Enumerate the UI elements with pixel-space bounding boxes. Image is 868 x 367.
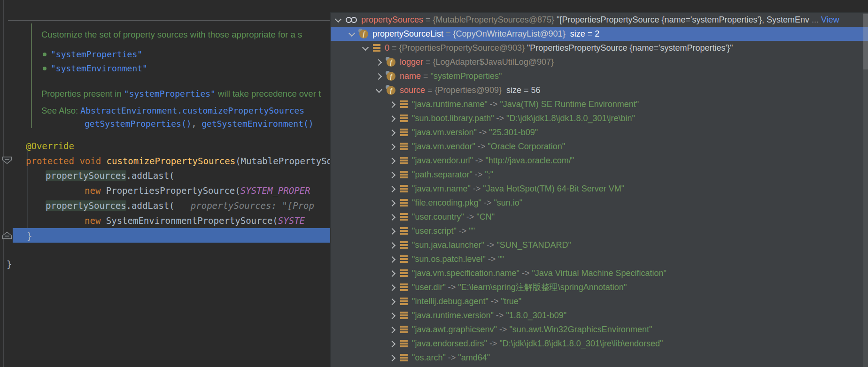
string-value: "os.arch" — [412, 353, 446, 363]
code-line: propertySources.addLast( — [46, 170, 175, 181]
chevron-right-icon[interactable] — [375, 72, 382, 80]
string-value: "SUN_STANDARD" — [496, 240, 571, 250]
equals-text: -> — [487, 339, 500, 349]
element-icon — [400, 157, 408, 164]
string-value: "" — [498, 254, 504, 264]
element-icon — [400, 312, 408, 319]
chevron-right-icon[interactable] — [388, 185, 396, 192]
equals-text: -> — [488, 297, 501, 306]
equals-text: -> — [497, 325, 510, 335]
string-value: "java.vm.name" — [412, 184, 471, 194]
object-reference: {Properties@909} — [435, 85, 502, 95]
equals-text: -> — [471, 184, 483, 194]
doc-code-text: "systemProperties" — [51, 49, 142, 59]
value-text: PropertiesPropertySource( — [106, 185, 240, 196]
chevron-right-icon[interactable] — [388, 354, 396, 361]
variable-tree-row[interactable]: propertySources = {MutablePropertySource… — [331, 13, 868, 27]
fold-region-end-icon[interactable] — [2, 231, 12, 239]
chevron-down-icon[interactable] — [375, 86, 382, 94]
chevron-right-icon[interactable] — [388, 283, 396, 291]
variable-tree-row[interactable]: "user.country" -> "CN" — [331, 210, 868, 224]
variable-name: source — [400, 85, 425, 95]
chevron-right-icon[interactable] — [388, 143, 396, 150]
chevron-right-icon[interactable] — [388, 157, 396, 164]
doc-text: See Also: — [41, 106, 80, 115]
variable-tree-row[interactable]: "java.vm.specification.name" -> "Java Vi… — [331, 266, 868, 280]
variable-name: 0 — [385, 43, 389, 53]
variables-tree: propertySources = {MutablePropertySource… — [331, 13, 868, 365]
chevron-right-icon[interactable] — [388, 241, 396, 249]
variable-tree-row[interactable]: name = "systemProperties" — [331, 69, 868, 83]
variable-tree-row[interactable]: "user.script" -> "" — [331, 224, 868, 238]
variable-tree-row[interactable]: "java.vm.vendor" -> "Oracle Corporation" — [331, 139, 868, 153]
variable-tree-row[interactable]: "java.vm.name" -> "Java HotSpot(TM) 64-B… — [331, 182, 868, 196]
ide-debug-screenshot: Customize the set of property sources wi… — [0, 0, 868, 367]
element-icon — [400, 129, 408, 136]
variable-tree-row[interactable]: "user.dir" -> "E:\learn\spring注解版整理\spri… — [331, 280, 868, 294]
variable-tree-row[interactable]: "sun.boot.library.path" -> "D:\jdk\jdk1.… — [331, 111, 868, 125]
keyword-token: protected void — [26, 156, 107, 166]
element-icon — [400, 326, 408, 333]
string-value: "systemProperties" — [431, 71, 502, 81]
chevron-right-icon[interactable] — [388, 100, 396, 108]
annotation-token: @Override — [26, 141, 74, 151]
debugger-variables-popup: propertySources = {MutablePropertySource… — [330, 12, 868, 367]
chevron-right-icon[interactable] — [388, 115, 396, 122]
chevron-right-icon[interactable] — [375, 58, 382, 66]
variable-tree-row[interactable]: "java.vendor.url" -> "http://java.oracle… — [331, 153, 868, 168]
chevron-down-icon[interactable] — [361, 44, 369, 52]
field-icon — [359, 30, 368, 38]
variable-tree-row[interactable]: "java.runtime.name" -> "Java(TM) SE Runt… — [331, 97, 868, 111]
chevron-right-icon[interactable] — [388, 227, 396, 235]
chevron-right-icon[interactable] — [388, 213, 396, 221]
string-value: "path.separator" — [412, 170, 473, 180]
chevron-right-icon[interactable] — [388, 199, 396, 206]
chevron-right-icon[interactable] — [388, 129, 396, 136]
equals-text: -> — [486, 254, 498, 264]
variable-tree-row[interactable]: propertySourceList = {CopyOnWriteArrayLi… — [331, 27, 868, 41]
fold-region-start-icon[interactable] — [2, 156, 12, 164]
chevron-down-icon[interactable] — [348, 30, 355, 38]
variable-tree-row[interactable]: "sun.os.patch.level" -> "" — [331, 252, 868, 266]
chevron-right-icon[interactable] — [388, 326, 396, 333]
variable-tree-row[interactable]: "os.arch" -> "amd64" — [331, 351, 868, 365]
chevron-right-icon[interactable] — [388, 269, 396, 277]
view-link[interactable]: View — [821, 15, 839, 25]
value-text: } — [7, 259, 12, 269]
chevron-right-icon[interactable] — [388, 298, 396, 305]
value-text: size = 56 — [502, 85, 541, 95]
variable-tree-row[interactable]: "file.encoding.pkg" -> "sun.io" — [331, 196, 868, 210]
chevron-down-icon[interactable] — [334, 16, 341, 23]
variable-tree-row[interactable]: "java.runtime.version" -> "1.8.0_301-b09… — [331, 308, 868, 322]
equals-text: = — [423, 57, 433, 67]
scrollbar[interactable] — [863, 13, 868, 367]
equals-text: -> — [457, 226, 469, 236]
object-reference: {MutablePropertySources@875} — [433, 15, 554, 25]
doc-code-text: getSystemProperties() — [85, 119, 192, 129]
equals-text: -> — [464, 212, 477, 222]
variable-tree-row[interactable]: source = {Properties@909} size = 56 — [331, 83, 868, 97]
equals-text: -> — [477, 128, 489, 138]
variable-tree-row[interactable]: logger = {LogAdapter$JavaUtilLog@907} — [331, 55, 868, 69]
variable-tree-row[interactable]: 0 = {PropertiesPropertySource@903} "Prop… — [331, 41, 868, 55]
equals-text: -> — [481, 198, 494, 208]
variable-name: propertySourceList — [372, 29, 443, 39]
chevron-right-icon[interactable] — [388, 171, 396, 178]
element-icon — [400, 185, 408, 192]
variable-tree-row[interactable]: "path.separator" -> ";" — [331, 168, 868, 182]
chevron-right-icon[interactable] — [388, 312, 396, 319]
variable-tree-row[interactable]: "java.vm.version" -> "25.301-b09" — [331, 125, 868, 139]
string-value: "java.vendor.url" — [412, 156, 473, 166]
scrollbar-thumb[interactable] — [863, 14, 868, 69]
variable-tree-row[interactable]: "sun.java.launcher" -> "SUN_STANDARD" — [331, 238, 868, 252]
equals-text: -> — [475, 142, 488, 152]
doc-dim-text: , — [192, 119, 202, 129]
variable-tree-row[interactable]: "java.awt.graphicsenv" -> "sun.awt.Win32… — [331, 322, 868, 336]
string-value: "" — [469, 226, 475, 236]
chevron-right-icon[interactable] — [388, 255, 396, 263]
variable-tree-row[interactable]: "java.endorsed.dirs" -> "D:\jdk\jdk1.8\j… — [331, 336, 868, 351]
element-icon — [400, 298, 408, 305]
chevron-right-icon[interactable] — [388, 340, 396, 347]
variable-tree-row[interactable]: "intellij.debug.agent" -> "true" — [331, 294, 868, 308]
code-line: new SystemEnvironmentPropertySource(SYST… — [85, 215, 305, 226]
